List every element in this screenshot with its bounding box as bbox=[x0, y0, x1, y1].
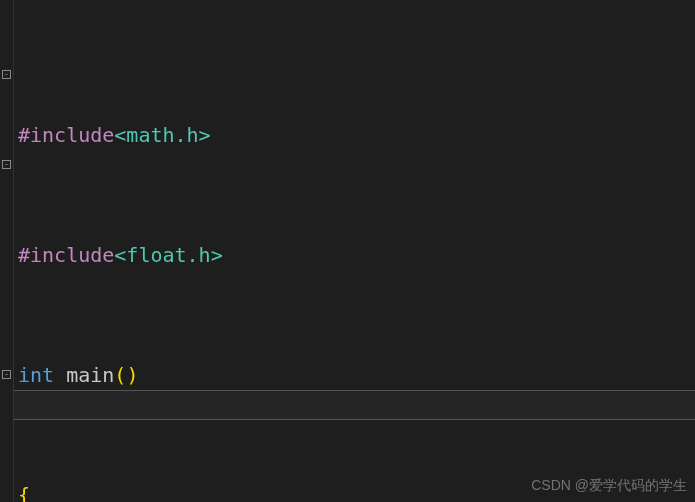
current-line-highlight bbox=[14, 390, 695, 420]
code-line[interactable]: #include<math.h> bbox=[18, 120, 695, 150]
header-token: <math.h> bbox=[114, 123, 210, 147]
ident-token: main bbox=[66, 363, 114, 387]
fold-icon[interactable]: - bbox=[2, 70, 11, 79]
fold-gutter: - - - bbox=[0, 0, 14, 502]
fold-icon[interactable]: - bbox=[2, 370, 11, 379]
code-editor[interactable]: - - - #include<math.h> #include<float.h>… bbox=[0, 0, 695, 502]
watermark-text: CSDN @爱学代码的学生 bbox=[531, 475, 687, 496]
fold-icon[interactable]: - bbox=[2, 160, 11, 169]
keyword-token: int bbox=[18, 363, 54, 387]
preproc-token: #include bbox=[18, 243, 114, 267]
paren-token: () bbox=[114, 363, 138, 387]
code-area[interactable]: #include<math.h> #include<float.h> int m… bbox=[14, 0, 695, 502]
header-token: <float.h> bbox=[114, 243, 222, 267]
code-line[interactable]: int main() bbox=[18, 360, 695, 390]
brace-token: { bbox=[18, 483, 30, 502]
code-line[interactable]: #include<float.h> bbox=[18, 240, 695, 270]
preproc-token: #include bbox=[18, 123, 114, 147]
